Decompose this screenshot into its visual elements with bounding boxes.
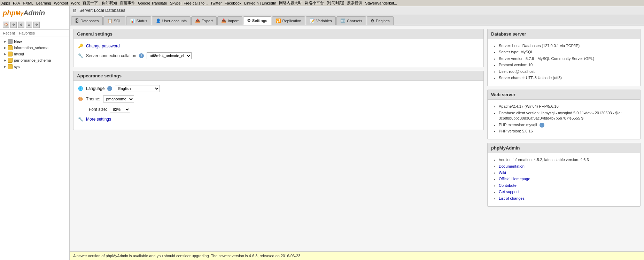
web-server-body: Apache/2.4.17 (Win64) PHP/5.6.16 Databas… bbox=[488, 100, 640, 139]
bookmarks-bar: Apps FXV FXML Learning Workbot Work 百度一下… bbox=[0, 0, 644, 6]
appearance-settings-body: 🌐 Language i English French German Chine… bbox=[73, 81, 483, 130]
phpmyadmin-info-header: phpMyAdmin bbox=[488, 143, 640, 153]
change-password-link[interactable]: Change password bbox=[86, 44, 120, 48]
import-tab-icon: 📥 bbox=[221, 18, 226, 23]
sidebar-tree: ▶ New ▶ information_schema ▶ mysql ▶ per… bbox=[0, 37, 69, 260]
bookmark-learning[interactable]: Learning bbox=[36, 1, 51, 5]
theme-row: 🎨 Theme: pmahomme original bbox=[78, 95, 479, 102]
language-info-icon[interactable]: i bbox=[107, 86, 112, 91]
tab-status[interactable]: 📊 Status bbox=[126, 16, 151, 25]
bookmark-fxv[interactable]: FXV bbox=[13, 1, 20, 5]
bookmark-baidu[interactable]: 百度一下，你知我知 bbox=[83, 0, 117, 6]
tab-variables-label: Variables bbox=[316, 19, 332, 23]
db-server-item-0: Server: Local Databases (127.0.0.1 via T… bbox=[499, 43, 636, 48]
collation-icon: 🔧 bbox=[78, 53, 83, 59]
new-db-icon bbox=[8, 39, 13, 44]
theme-icon: 🎨 bbox=[78, 96, 83, 102]
php-extension-info-icon[interactable]: i bbox=[540, 123, 544, 128]
key-icon: 🔑 bbox=[78, 43, 83, 49]
official-homepage-link[interactable]: Official Homepage bbox=[499, 177, 530, 181]
tab-user-accounts-label: User accounts bbox=[162, 19, 187, 23]
change-password-row: 🔑 Change password bbox=[78, 43, 479, 49]
web-server-item-3: PHP version: 5.6.16 bbox=[499, 129, 636, 134]
tab-settings[interactable]: ⚙ Settings bbox=[243, 16, 271, 25]
sidebar-action-icons: 🏠 ⚙ ⚙ ⚙ ⚙ bbox=[0, 20, 69, 30]
mysql-db-icon bbox=[8, 52, 13, 56]
bookmark-cn3[interactable]: [时间时刻] bbox=[327, 0, 344, 6]
status-tab-icon: 📊 bbox=[130, 18, 135, 23]
tab-status-label: Status bbox=[137, 19, 147, 23]
server-title-label: Server: Local Databases bbox=[79, 8, 125, 13]
tab-charsets[interactable]: 🔤 Charsets bbox=[336, 16, 366, 25]
sidebar-logo: phpMyAdmin bbox=[0, 6, 69, 20]
bookmark-cn1[interactable]: 网络内容大时 bbox=[279, 0, 302, 6]
settings-icon-1[interactable]: ⚙ bbox=[10, 22, 17, 28]
settings-tab-icon: ⚙ bbox=[247, 18, 251, 23]
tab-databases[interactable]: 🗄 Databases bbox=[71, 16, 103, 25]
pma-info-item-4: Contribute bbox=[499, 183, 636, 188]
tab-engines-label: Engines bbox=[376, 19, 390, 23]
tab-variables[interactable]: 📝 Variables bbox=[306, 16, 336, 25]
bookmark-cn2[interactable]: 网络小平台 bbox=[305, 0, 324, 6]
wiki-link[interactable]: Wiki bbox=[499, 170, 506, 175]
favorites-link[interactable]: Favorites bbox=[19, 31, 35, 35]
user-accounts-tab-icon: 👤 bbox=[156, 18, 161, 23]
bookmark-skype[interactable]: Skype | Free calls to... bbox=[170, 1, 208, 5]
recent-link[interactable]: Recent bbox=[3, 31, 15, 35]
language-icon: 🌐 bbox=[78, 86, 83, 91]
web-server-box: Web server Apache/2.4.17 (Win64) PHP/5.6… bbox=[487, 90, 641, 139]
collation-row: 🔧 Server connection collation i utf8mb4_… bbox=[78, 52, 479, 59]
tree-item-information-schema[interactable]: ▶ information_schema bbox=[1, 45, 68, 51]
documentation-link[interactable]: Documentation bbox=[499, 164, 525, 168]
language-select[interactable]: English French German Chinese (Simplifie… bbox=[115, 85, 160, 92]
contribute-link[interactable]: Contribute bbox=[499, 183, 517, 188]
bookmark-google-translate[interactable]: Google Translate bbox=[138, 1, 167, 5]
tab-engines[interactable]: ⚙ Engines bbox=[367, 16, 394, 25]
settings-icon-3[interactable]: ⚙ bbox=[26, 22, 32, 28]
bookmark-workbot[interactable]: Workbot bbox=[54, 1, 68, 5]
database-server-header: Database server bbox=[488, 29, 640, 39]
bookmark-baidu-events[interactable]: 百度事件 bbox=[120, 0, 135, 6]
tab-sql[interactable]: 📋 SQL bbox=[103, 16, 125, 25]
bookmark-search[interactable]: 搜索提供 bbox=[347, 0, 362, 6]
bookmark-twitter[interactable]: Twitter bbox=[210, 1, 222, 5]
general-settings-body: 🔑 Change password 🔧 Server connection co… bbox=[73, 39, 483, 67]
bookmark-linkedin[interactable]: LinkedIn | LinkedIn bbox=[244, 1, 276, 5]
settings-icon-2[interactable]: ⚙ bbox=[18, 22, 24, 28]
web-server-item-0: Apache/2.4.17 (Win64) PHP/5.6.16 bbox=[499, 104, 636, 109]
tree-label-sys: sys bbox=[14, 64, 20, 69]
bookmark-apps[interactable]: Apps bbox=[1, 1, 10, 5]
collation-info-icon[interactable]: i bbox=[139, 53, 144, 58]
list-of-changes-link[interactable]: List of changes bbox=[499, 196, 525, 200]
tab-export[interactable]: 📤 Export bbox=[191, 16, 217, 25]
more-settings-link[interactable]: More settings bbox=[86, 117, 111, 122]
sidebar: phpMyAdmin 🏠 ⚙ ⚙ ⚙ ⚙ Recent Favorites ▶ … bbox=[0, 6, 70, 260]
tree-item-sys[interactable]: ▶ sys bbox=[1, 63, 68, 70]
collation-label: Server connection collation bbox=[86, 53, 136, 58]
home-icon[interactable]: 🏠 bbox=[3, 22, 9, 28]
notification-bar: A newer version of phpMyAdmin is availab… bbox=[70, 251, 644, 260]
tab-import[interactable]: 📥 Import bbox=[217, 16, 242, 25]
tree-item-mysql[interactable]: ▶ mysql bbox=[1, 51, 68, 57]
settings-icon-4[interactable]: ⚙ bbox=[33, 22, 40, 28]
tree-item-new[interactable]: ▶ New bbox=[1, 38, 68, 45]
engines-tab-icon: ⚙ bbox=[371, 18, 374, 23]
general-settings-box: General settings 🔑 Change password 🔧 Ser… bbox=[73, 29, 484, 67]
bookmark-staven[interactable]: StavenVanderbilt... bbox=[365, 1, 397, 5]
tab-user-accounts[interactable]: 👤 User accounts bbox=[152, 16, 191, 25]
tree-label-new: New bbox=[14, 39, 22, 44]
general-settings-header: General settings bbox=[73, 29, 483, 39]
bookmark-facebook[interactable]: Facebook bbox=[225, 1, 241, 5]
tree-item-performance-schema[interactable]: ▶ performance_schema bbox=[1, 57, 68, 63]
collation-select[interactable]: utf8mb4_unicode_ci utf8_general_ci latin… bbox=[147, 52, 192, 59]
bookmark-fxml[interactable]: FXML bbox=[23, 1, 33, 5]
font-size-select[interactable]: 72% 82% 92% 100% bbox=[110, 106, 130, 113]
server-title-bar: 🖥 Server: Local Databases bbox=[70, 6, 644, 15]
tab-replication[interactable]: 🔁 Replication bbox=[272, 16, 305, 25]
theme-select[interactable]: pmahomme original bbox=[103, 95, 134, 102]
is-db-icon bbox=[8, 45, 13, 50]
get-support-link[interactable]: Get support bbox=[499, 190, 519, 194]
pma-info-item-2: Wiki bbox=[499, 170, 636, 175]
bookmark-work[interactable]: Work bbox=[71, 1, 79, 5]
tab-charsets-label: Charsets bbox=[347, 19, 362, 23]
